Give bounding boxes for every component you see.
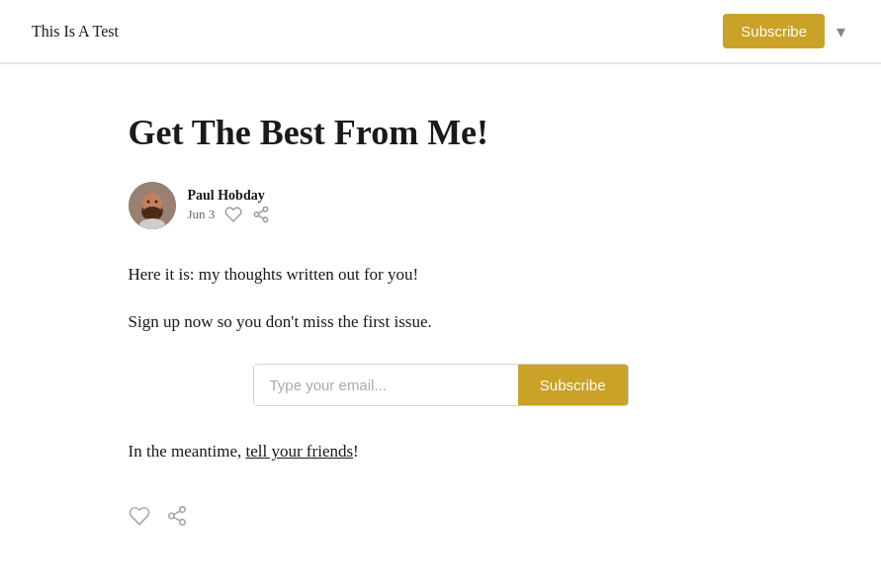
email-input[interactable]	[254, 365, 518, 405]
site-title: This Is A Test	[32, 23, 119, 41]
post-title: Get The Best From Me!	[129, 112, 753, 154]
svg-point-12	[179, 507, 185, 513]
email-form: Subscribe	[253, 364, 629, 406]
chevron-down-icon[interactable]: ▾	[833, 17, 849, 46]
svg-line-15	[173, 518, 179, 522]
author-info: Paul Hobday Jun 3	[188, 188, 271, 223]
author-row: Paul Hobday Jun 3	[129, 182, 753, 229]
svg-point-4	[154, 201, 157, 204]
header-subscribe-button[interactable]: Subscribe	[723, 14, 825, 48]
bottom-share-icon[interactable]	[166, 505, 188, 527]
author-name: Paul Hobday	[188, 188, 271, 204]
svg-point-9	[264, 217, 269, 222]
tell-friends-paragraph: In the meantime, tell your friends!	[129, 438, 753, 465]
svg-point-5	[142, 207, 162, 220]
main-content: Get The Best From Me! Paul Hobday	[105, 64, 777, 566]
svg-point-14	[179, 520, 185, 526]
post-date: Jun 3	[188, 207, 216, 222]
header-actions: Subscribe ▾	[723, 14, 849, 48]
bottom-actions	[129, 501, 753, 527]
header: This Is A Test Subscribe ▾	[0, 0, 881, 63]
svg-line-11	[259, 210, 264, 213]
tell-friends-section: In the meantime, tell your friends!	[129, 438, 753, 465]
tell-friends-prefix: In the meantime,	[129, 442, 246, 461]
tell-friends-suffix: !	[353, 442, 359, 461]
svg-point-8	[255, 212, 260, 217]
svg-line-16	[173, 511, 179, 515]
share-icon[interactable]	[252, 206, 270, 223]
body-line-1: Here it is: my thoughts written out for …	[129, 261, 753, 289]
tell-friends-link[interactable]: tell your friends	[245, 442, 353, 461]
svg-point-7	[264, 208, 269, 212]
avatar	[129, 182, 176, 229]
svg-point-13	[168, 514, 174, 520]
post-body: Here it is: my thoughts written out for …	[129, 261, 753, 336]
svg-point-3	[146, 201, 149, 204]
body-line-2: Sign up now so you don't miss the first …	[129, 308, 753, 336]
like-icon[interactable]	[224, 206, 242, 223]
form-subscribe-button[interactable]: Subscribe	[518, 365, 628, 405]
author-meta: Jun 3	[188, 206, 271, 223]
svg-line-10	[259, 215, 264, 218]
bottom-like-icon[interactable]	[129, 505, 150, 527]
email-section: Subscribe	[129, 364, 753, 406]
